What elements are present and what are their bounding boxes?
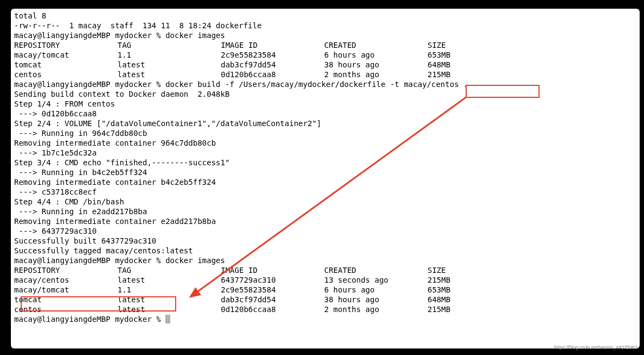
terminal-window[interactable]: total 8 -rw-r--r-- 1 macay staff 134 11 …	[11, 9, 640, 348]
window-frame: total 8 -rw-r--r-- 1 macay staff 134 11 …	[3, 3, 641, 352]
terminal-output[interactable]: total 8 -rw-r--r-- 1 macay staff 134 11 …	[11, 9, 640, 324]
annotation-box-new-image-row	[21, 296, 176, 312]
watermark-text: https://blog.csdn.net/weixin_44075963	[554, 345, 637, 350]
annotation-box-build-tag	[466, 85, 540, 98]
cursor	[165, 315, 170, 323]
